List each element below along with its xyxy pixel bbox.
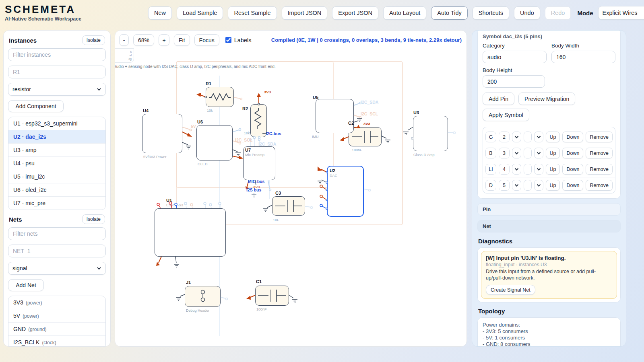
net-name-input[interactable] <box>8 245 106 257</box>
add-pin-button[interactable]: Add Pin <box>483 93 514 105</box>
mode-label: Mode <box>577 10 593 16</box>
labels-checkbox[interactable] <box>225 37 231 43</box>
component-R1[interactable] <box>206 87 234 107</box>
fit-button[interactable]: Fit <box>174 34 190 46</box>
instance-item-u5[interactable]: U5 · imu_i2c <box>8 170 105 183</box>
pin-down-button[interactable]: Down <box>562 180 583 191</box>
instance-name-input[interactable] <box>8 66 106 78</box>
instance-item-u7[interactable]: U7 · mic_pre <box>8 197 105 210</box>
redo-button[interactable]: Redo <box>545 6 571 20</box>
labels-toggle[interactable]: Labels <box>225 37 252 43</box>
component-J1[interactable] <box>185 286 221 307</box>
create-signal-net-button[interactable]: Create Signal Net <box>486 285 535 295</box>
net-type-select[interactable]: signal <box>8 262 106 275</box>
load-sample-button[interactable]: Load Sample <box>177 6 223 20</box>
preview-migration-button[interactable]: Preview Migration <box>518 93 575 105</box>
chevron-down-icon <box>537 152 541 154</box>
shortcuts-button[interactable]: Shortcuts <box>473 6 509 20</box>
body-width-input[interactable] <box>551 51 615 63</box>
instance-item-u1[interactable]: U1 · esp32_s3_supermini <box>8 117 105 130</box>
instance-item-u2[interactable]: U2 · dac_i2s <box>8 130 105 144</box>
component-U4[interactable] <box>142 114 182 153</box>
ref-U3: U3 <box>413 110 419 115</box>
pin-remove-button[interactable]: Remove <box>586 164 613 175</box>
component-U5[interactable] <box>316 99 354 133</box>
pin-name-input[interactable] <box>485 132 496 142</box>
pin-name-input[interactable] <box>485 164 496 175</box>
pin-number-input[interactable] <box>499 164 510 175</box>
pin-offset-input[interactable] <box>524 164 532 175</box>
component-U6[interactable] <box>196 125 233 160</box>
net-item-i2s-bclk[interactable]: I2S_BCLK (clock) <box>8 336 105 347</box>
pin-kind-select[interactable] <box>534 132 543 142</box>
add-net-button[interactable]: Add Net <box>8 279 44 291</box>
auto-layout-button[interactable]: Auto Layout <box>383 6 426 20</box>
pin-remove-button[interactable]: Remove <box>586 132 613 142</box>
focus-button[interactable]: Focus <box>194 34 219 46</box>
pin-number-input[interactable] <box>499 148 510 158</box>
pin-side-select[interactable] <box>512 180 521 191</box>
pin-up-button[interactable]: Up <box>546 132 560 142</box>
pin-kind-select[interactable] <box>534 164 543 175</box>
sub-U5: IMU <box>312 135 319 139</box>
pin-up-button[interactable]: Up <box>546 164 560 175</box>
pin-row-li: Up Down Remove <box>483 161 615 177</box>
nets-isolate-button[interactable]: Isolate <box>82 214 105 224</box>
instance-item-u4[interactable]: U4 · psu <box>8 157 105 170</box>
schematic-canvas[interactable]: - 68% + Fit Focus Labels Compiled (0E, 1… <box>115 30 467 347</box>
pin-down-button[interactable]: Down <box>562 132 583 142</box>
filter-nets-input[interactable] <box>8 227 106 240</box>
zoom-in-button[interactable]: + <box>159 34 169 46</box>
export-json-button[interactable]: Export JSON <box>332 6 378 20</box>
component-R2[interactable] <box>250 104 267 137</box>
component-C1[interactable] <box>255 286 289 306</box>
body-height-input[interactable] <box>483 75 545 88</box>
component-U1[interactable] <box>155 208 226 257</box>
instance-item-u6[interactable]: U6 · oled_i2c <box>8 183 105 197</box>
pin-down-button[interactable]: Down <box>562 164 583 175</box>
zoom-level-button[interactable]: 68% <box>133 34 154 46</box>
mode-select[interactable]: Explicit Wires <box>598 6 644 20</box>
pin-offset-input[interactable] <box>524 180 532 191</box>
pin-up-button[interactable]: Up <box>546 148 560 158</box>
component-type-select[interactable]: resistor <box>8 83 106 96</box>
pin-name-input[interactable] <box>485 180 496 191</box>
pin-name-input[interactable] <box>485 148 496 158</box>
pin-remove-button[interactable]: Remove <box>586 148 613 158</box>
component-C3[interactable] <box>272 196 305 216</box>
undo-button[interactable]: Undo <box>514 6 540 20</box>
pin-down-button[interactable]: Down <box>562 148 583 158</box>
filter-instances-input[interactable] <box>8 48 106 61</box>
pin-offset-input[interactable] <box>524 132 532 142</box>
import-json-button[interactable]: Import JSON <box>282 6 328 20</box>
instance-item-u3[interactable]: U3 · amp <box>8 144 105 157</box>
apply-symbol-button[interactable]: Apply Symbol <box>483 109 529 121</box>
reset-sample-button[interactable]: Reset Sample <box>228 6 277 20</box>
pin-kind-select[interactable] <box>534 148 543 158</box>
pin-number-input[interactable] <box>499 180 510 191</box>
sub-U7: Mic Preamp <box>245 153 264 157</box>
compile-status: Compiled (0E, 1W | 0 crossings, 0 overla… <box>271 37 462 43</box>
net-section-header[interactable]: Net <box>477 220 621 232</box>
pin-section-header[interactable]: Pin <box>477 203 621 216</box>
pin-offset-input[interactable] <box>524 148 532 158</box>
pin-side-select[interactable] <box>512 164 521 175</box>
pin-up-button[interactable]: Up <box>546 180 560 191</box>
pin-side-select[interactable] <box>512 148 521 158</box>
net-item-gnd[interactable]: GND (ground) <box>8 323 105 336</box>
component-U3[interactable] <box>413 116 448 151</box>
zoom-out-button[interactable]: - <box>119 34 129 46</box>
instances-isolate-button[interactable]: Isolate <box>82 35 105 45</box>
pin-number-input[interactable] <box>499 132 510 142</box>
pin-side-select[interactable] <box>512 132 521 142</box>
design-note: Audio + sensing node with I2S DAC, class… <box>115 64 371 69</box>
add-component-button[interactable]: Add Component <box>8 100 64 112</box>
category-input[interactable] <box>483 51 547 63</box>
chevron-down-icon <box>514 168 519 171</box>
net-item-5v[interactable]: 5V (power) <box>8 309 105 323</box>
new-button[interactable]: New <box>148 6 172 20</box>
pin-kind-select[interactable] <box>534 180 543 191</box>
auto-tidy-button[interactable]: Auto Tidy <box>431 6 467 20</box>
pin-remove-button[interactable]: Remove <box>586 180 613 191</box>
net-item-3v3[interactable]: 3V3 (power) <box>8 296 105 309</box>
